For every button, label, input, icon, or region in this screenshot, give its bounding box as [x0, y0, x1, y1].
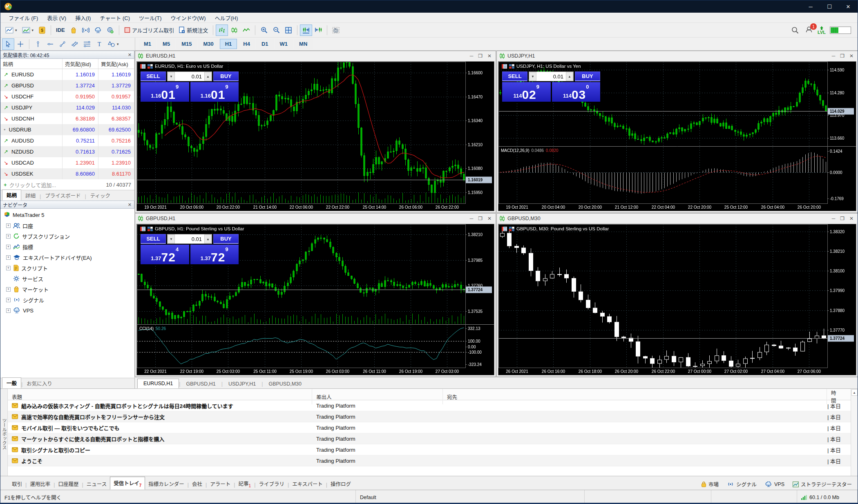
navigator-close-icon[interactable]: ✕ — [128, 202, 132, 207]
toolbox-tab-11[interactable]: 操作ログ — [327, 478, 354, 490]
chart-maximize-button[interactable]: ❒ — [478, 216, 483, 221]
navigator-item-subscriptions[interactable]: +サブスクリプション — [0, 231, 134, 241]
timeframe-d1[interactable]: D1 — [256, 39, 274, 49]
menu-item-1[interactable]: 表示 (V) — [43, 13, 70, 22]
sell-button[interactable]: SELL — [141, 234, 166, 244]
status-profile[interactable]: Default — [356, 490, 585, 504]
volume-up-button[interactable]: ▲ — [204, 72, 212, 81]
window-close-button[interactable]: ✕ — [839, 0, 858, 13]
navigator-item-scripts[interactable]: +スクリプト — [0, 263, 134, 273]
buy-button[interactable]: BUY — [213, 71, 239, 81]
toolbox-tab-7[interactable]: アラート — [207, 478, 234, 490]
chart-maximize-button[interactable]: ❒ — [840, 53, 845, 59]
chart-plot-area[interactable]: GBPUSD, M30: Pound Sterling vs US Dollar — [498, 224, 856, 375]
toolbox-tab-4[interactable]: 受信トレイ7 — [110, 477, 145, 490]
expand-plus-icon[interactable]: + — [6, 245, 11, 249]
shift-end-button[interactable] — [300, 25, 312, 36]
menu-item-2[interactable]: 挿入(I) — [71, 13, 95, 22]
signal-shortcut[interactable]: シグナル — [727, 480, 757, 488]
inbox-row-2[interactable]: モバイル取引 — 取引をいつでもどこでもTrading Platform12:2… — [8, 422, 851, 433]
chart-maximize-button[interactable]: ❒ — [478, 53, 483, 59]
search-button[interactable] — [789, 25, 801, 36]
inbox-row-0[interactable]: 組み込みの仮装ホスティング - 自動売買ロボットとシグナルは毎日24時間稼働して… — [8, 400, 851, 411]
symbol-row-usdcnh[interactable]: ↘USDCNH6.381896.38357 — [0, 113, 134, 124]
buy-button[interactable]: BUY — [213, 234, 239, 244]
navigator-item-vps[interactable]: +VPS — [0, 305, 134, 316]
navigator-item-market[interactable]: +マーケット — [0, 284, 134, 294]
market-watch-tab-3[interactable]: ティック — [86, 190, 114, 201]
chart-minimize-button[interactable]: ─ — [470, 216, 474, 221]
toolbox-tab-3[interactable]: ニュース — [83, 478, 110, 490]
chart-maximize-button[interactable]: ❒ — [840, 216, 845, 221]
menu-item-6[interactable]: ヘルプ(H) — [211, 13, 242, 22]
chart-tab-usdjpy-h1[interactable]: USDJPY,H1 — [223, 379, 261, 388]
level-indicator[interactable]: LVL — [818, 26, 826, 34]
navigator-tab-1[interactable]: お気に入り — [22, 378, 56, 388]
volume-down-button[interactable]: ▼ — [168, 234, 175, 243]
horizontal-line-button[interactable] — [44, 38, 56, 50]
timeframe-m30[interactable]: M30 — [198, 39, 219, 49]
chart-popup-button[interactable]: ▾ — [3, 25, 20, 36]
toolbox-tab-9[interactable]: ライブラリ — [255, 478, 288, 490]
symbol-row-nzdusd[interactable]: ↗NZDUSD0.716130.71625 — [0, 146, 134, 157]
chart-close-button[interactable]: ✕ — [487, 53, 492, 59]
chart-plot-area[interactable]: EURUSD, H1: Euro vs US DollarSELL▼0.01▲B… — [136, 61, 494, 211]
menu-item-3[interactable]: チャート (C) — [96, 13, 134, 22]
zoom-out-button[interactable] — [270, 25, 282, 36]
chart-window-titlebar[interactable]: GBPUSD,M30─❒✕ — [497, 214, 858, 223]
indicator-popup-button[interactable]: ▾ — [20, 25, 36, 36]
symbol-row-usdchf[interactable]: ↘USDCHF0.919500.91957 — [0, 91, 134, 102]
symbol-row-usdjpy[interactable]: ↗USDJPY114.029114.030 — [0, 102, 134, 113]
navigator-tab-0[interactable]: 一般 — [2, 377, 21, 388]
toolbox-tab-8[interactable]: 記事1 — [235, 477, 255, 490]
expand-plus-icon[interactable]: + — [6, 223, 11, 228]
market-watch-add-row[interactable]: + クリックして追加... 10 / 40377 — [0, 179, 134, 190]
toolbox-tab-2[interactable]: 口座履歴 — [55, 478, 82, 490]
navigator-item-services[interactable]: サービス — [0, 273, 134, 284]
chart-plot-area[interactable]: USDJPY, H1: US Dollar vs YenSELL▼0.01▲BU… — [498, 61, 856, 211]
tile-windows-button[interactable] — [282, 25, 295, 36]
trend-line-button[interactable] — [56, 38, 69, 50]
inbox-scrollbar[interactable]: ▲ — [851, 389, 858, 476]
buy-price-panel[interactable]: 114030 — [552, 82, 601, 102]
chart-minimize-button[interactable]: ─ — [470, 53, 474, 59]
timeframe-m5[interactable]: M5 — [157, 39, 175, 49]
symbol-row-audusd[interactable]: ↗AUDUSD0.752110.75216 — [0, 135, 134, 146]
screenshot-button[interactable] — [330, 25, 342, 36]
expand-plus-icon[interactable]: + — [6, 234, 11, 239]
column-header-1[interactable]: 売気配(Bid) — [63, 59, 98, 69]
expand-plus-icon[interactable]: + — [6, 266, 11, 270]
sell-button[interactable]: SELL — [141, 71, 166, 81]
ide-button[interactable]: IDE — [54, 25, 67, 36]
zoom-in-button[interactable] — [258, 25, 270, 36]
financial-dollar-button[interactable]: $ — [36, 25, 48, 36]
symbol-row-eurusd[interactable]: ↗EURUSD1.160191.16019 — [0, 69, 134, 80]
crosshair-button[interactable] — [14, 38, 27, 50]
toolbox-tab-10[interactable]: エキスパート — [289, 478, 326, 490]
volume-up-button[interactable]: ▲ — [566, 72, 573, 81]
chart-close-button[interactable]: ✕ — [849, 53, 854, 59]
menu-item-5[interactable]: ウインドウ(W) — [167, 13, 210, 22]
chart-tab-gbpusd-h1[interactable]: GBPUSD,H1 — [181, 379, 221, 388]
lock-shortcut[interactable]: 市場 — [701, 480, 719, 488]
chart-canvas-3[interactable] — [498, 224, 856, 375]
chart-window-titlebar[interactable]: USDJPY,H1─❒✕ — [497, 51, 858, 61]
timeframe-m1[interactable]: M1 — [139, 39, 156, 49]
vps-cloud-button[interactable] — [92, 25, 104, 36]
community-button[interactable]: 1 — [805, 26, 813, 34]
market-watch-close-icon[interactable]: ✕ — [128, 52, 132, 58]
toolbox-tab-1[interactable]: 運用比率 — [27, 478, 54, 490]
timeframe-h4[interactable]: H4 — [238, 39, 255, 49]
inbox-row-4[interactable]: 取引シグナルと取引のコピーTrading Platform12:26 | 本日 — [8, 444, 851, 455]
vertical-line-button[interactable] — [32, 38, 44, 50]
cursor-button[interactable] — [2, 38, 14, 50]
toolbox-tab-6[interactable]: 会社 — [189, 478, 206, 490]
symbol-row-usdrub[interactable]: •USDRUB69.6080069.62500 — [0, 124, 134, 135]
radar-add-button[interactable] — [104, 25, 116, 36]
tester-shortcut[interactable]: ストラテジーテスター — [793, 480, 852, 488]
timeframe-h1[interactable]: H1 — [220, 39, 237, 49]
toolbox-tab-0[interactable]: 取引 — [9, 478, 25, 490]
buy-price-panel[interactable]: 1.16019 — [190, 82, 239, 102]
channel-button[interactable] — [69, 38, 81, 50]
navigator-item-indicators[interactable]: +指標 — [0, 241, 134, 252]
